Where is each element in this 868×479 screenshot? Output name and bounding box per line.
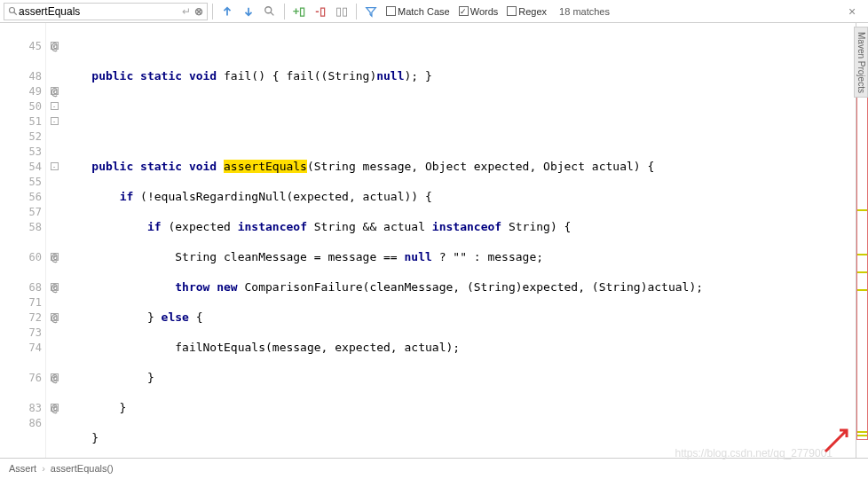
- change-marker-icon: @: [51, 281, 58, 294]
- collapse-fold-icon[interactable]: -: [51, 117, 59, 125]
- match-case-checkbox[interactable]: Match Case: [386, 6, 450, 17]
- svg-line-3: [271, 12, 274, 15]
- regex-label: Regex: [518, 6, 547, 17]
- separator: [284, 4, 285, 20]
- change-marker-icon: @: [51, 311, 58, 324]
- code-line: failNotEquals(message, expected, actual)…: [64, 340, 856, 355]
- line-number: 53: [0, 144, 45, 159]
- code-line: String cleanMessage = message == null ? …: [64, 249, 856, 264]
- code-view[interactable]: public static void fail() { fail((String…: [62, 23, 856, 458]
- line-number: 86: [0, 415, 45, 430]
- minimap-marker: [857, 431, 867, 433]
- line-number: 73: [0, 325, 45, 340]
- fold-cell: [46, 68, 62, 83]
- collapse-fold-icon[interactable]: -: [51, 162, 59, 170]
- line-number: [0, 385, 45, 400]
- fold-cell: [46, 23, 62, 38]
- svg-point-0: [10, 7, 15, 12]
- change-marker-icon: @: [51, 251, 58, 263]
- fold-cell: -: [46, 114, 62, 129]
- line-gutter: 45@4849@50515253545556575860@68@7172@737…: [0, 23, 46, 458]
- search-highlight: assertEquals: [224, 160, 307, 173]
- line-number: 51: [0, 114, 45, 129]
- separator: [212, 4, 213, 20]
- minimap-marker: [857, 209, 867, 211]
- fold-cell: -: [46, 159, 62, 174]
- fold-cell: [46, 189, 62, 204]
- line-number: 68@: [0, 279, 45, 294]
- match-count: 18 matches: [559, 6, 610, 17]
- line-number: [0, 53, 45, 68]
- change-marker-icon: @: [51, 372, 58, 384]
- minimap-marker: [857, 254, 867, 255]
- search-settings-icon[interactable]: [260, 2, 280, 21]
- editor-area: 45@4849@50515253545556575860@68@7172@737…: [0, 23, 868, 458]
- fold-cell: [46, 325, 62, 340]
- fold-cell: [46, 204, 62, 219]
- add-selection-icon[interactable]: +▯: [289, 2, 309, 21]
- fold-cell: [46, 415, 62, 430]
- line-number: 54: [0, 159, 45, 174]
- regex-checkbox[interactable]: Regex: [507, 6, 547, 17]
- minimap-marker: [857, 435, 867, 436]
- fold-cell: [46, 174, 62, 189]
- minimap-marker: [857, 271, 867, 273]
- line-number: 72@: [0, 310, 45, 325]
- fold-cell: [46, 385, 62, 400]
- fold-cell: [46, 53, 62, 68]
- search-input[interactable]: [19, 5, 182, 18]
- change-marker-icon: @: [51, 40, 58, 52]
- fold-cell: [46, 234, 62, 249]
- code-line: public static void assertEquals(String m…: [64, 159, 856, 174]
- fold-cell: [46, 219, 62, 234]
- search-field-wrapper: ↵ ⊗: [4, 3, 208, 20]
- code-line: if (expected instanceof String && actual…: [64, 219, 856, 234]
- code-line: [64, 129, 856, 144]
- code-line: [64, 38, 856, 53]
- line-number: 83@: [0, 400, 45, 415]
- prev-match-button[interactable]: [217, 2, 237, 21]
- fold-cell: [46, 340, 62, 355]
- search-icon: [8, 6, 19, 17]
- code-line: }: [64, 430, 856, 445]
- line-number: [0, 355, 45, 370]
- minimap-marker: [857, 289, 867, 291]
- line-number: 57: [0, 204, 45, 219]
- line-number: 49@: [0, 83, 45, 98]
- code-line: }: [64, 370, 856, 385]
- remove-selection-icon[interactable]: -▯: [311, 2, 330, 21]
- fold-cell: [46, 129, 62, 144]
- fold-cell: [46, 144, 62, 159]
- fold-cell: [46, 294, 62, 310]
- collapse-fold-icon[interactable]: -: [51, 102, 59, 110]
- line-number: 71: [0, 294, 45, 310]
- close-search-icon[interactable]: ×: [845, 4, 859, 19]
- filter-icon[interactable]: [361, 2, 381, 21]
- fold-cell: [46, 264, 62, 279]
- svg-point-2: [265, 6, 272, 12]
- fold-cell: [46, 355, 62, 370]
- fold-cell: -: [46, 98, 62, 114]
- history-icon[interactable]: ↵: [182, 5, 191, 18]
- breadcrumb-method[interactable]: assertEquals(): [51, 463, 114, 474]
- breadcrumb-bar: Assert › assertEquals(): [0, 458, 868, 477]
- next-match-button[interactable]: [239, 2, 258, 21]
- select-all-icon[interactable]: ▯▯: [332, 2, 351, 21]
- separator: [356, 4, 357, 20]
- code-line: }: [64, 400, 856, 415]
- line-number: [0, 23, 45, 38]
- code-line: throw new ComparisonFailure(cleanMessage…: [64, 279, 856, 294]
- line-number: [0, 264, 45, 279]
- breadcrumb-class[interactable]: Assert: [9, 463, 36, 474]
- line-number: 50: [0, 98, 45, 114]
- line-number: [0, 234, 45, 249]
- clear-search-icon[interactable]: ⊗: [194, 5, 203, 18]
- line-number: 45@: [0, 38, 45, 53]
- line-number: 56: [0, 189, 45, 204]
- words-checkbox[interactable]: ✓Words: [459, 6, 499, 17]
- code-line: } else {: [64, 310, 856, 325]
- line-number: 55: [0, 174, 45, 189]
- words-label: Words: [470, 6, 499, 17]
- line-number: 52: [0, 129, 45, 144]
- sidebar-tab-maven[interactable]: Maven Projects: [854, 27, 868, 98]
